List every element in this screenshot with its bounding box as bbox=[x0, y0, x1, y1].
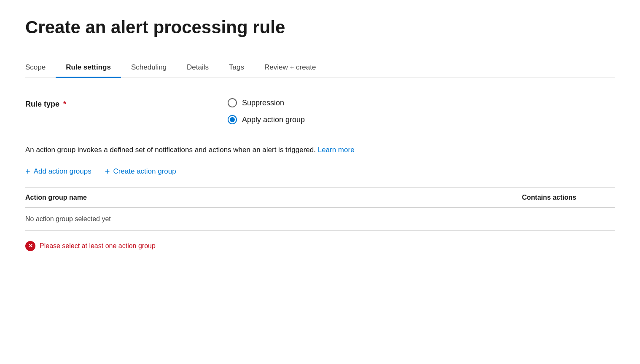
radio-circle-suppression bbox=[228, 98, 237, 107]
radio-circle-apply-action-group bbox=[228, 115, 237, 124]
radio-apply-action-group-label: Apply action group bbox=[242, 115, 305, 124]
tab-navigation: Scope Rule settings Scheduling Details T… bbox=[25, 58, 615, 78]
add-action-groups-label: Add action groups bbox=[34, 167, 91, 176]
action-group-info: An action group invokes a defined set of… bbox=[25, 145, 615, 155]
column-header-name: Action group name bbox=[25, 194, 522, 201]
tab-scheduling[interactable]: Scheduling bbox=[121, 58, 177, 78]
learn-more-link[interactable]: Learn more bbox=[318, 146, 355, 154]
tab-details[interactable]: Details bbox=[177, 58, 219, 78]
tab-review-create[interactable]: Review + create bbox=[254, 58, 326, 78]
radio-apply-action-group[interactable]: Apply action group bbox=[228, 115, 305, 124]
content-area: Rule type * Suppression Apply action gro… bbox=[25, 98, 615, 251]
tab-scope[interactable]: Scope bbox=[25, 58, 56, 78]
column-header-contains: Contains actions bbox=[522, 194, 615, 201]
table-header: Action group name Contains actions bbox=[25, 188, 615, 208]
rule-type-label: Rule type * bbox=[25, 98, 135, 109]
rule-type-section: Rule type * Suppression Apply action gro… bbox=[25, 98, 615, 124]
tab-tags[interactable]: Tags bbox=[219, 58, 254, 78]
add-icon: + bbox=[25, 167, 30, 176]
table-empty-row: No action group selected yet bbox=[25, 208, 615, 231]
required-indicator: * bbox=[61, 100, 66, 108]
add-action-groups-button[interactable]: + Add action groups bbox=[25, 167, 91, 176]
error-section: Please select at least one action group bbox=[25, 241, 615, 251]
error-message: Please select at least one action group bbox=[40, 242, 156, 250]
radio-suppression-label: Suppression bbox=[242, 99, 284, 107]
error-icon bbox=[25, 241, 35, 251]
empty-message: No action group selected yet bbox=[25, 215, 615, 223]
radio-suppression[interactable]: Suppression bbox=[228, 98, 305, 107]
radio-group: Suppression Apply action group bbox=[228, 98, 305, 124]
tab-rule-settings[interactable]: Rule settings bbox=[56, 58, 121, 78]
create-icon: + bbox=[105, 167, 110, 176]
action-groups-table: Action group name Contains actions No ac… bbox=[25, 187, 615, 231]
page-title: Create an alert processing rule bbox=[25, 17, 615, 38]
action-buttons: + Add action groups + Create action grou… bbox=[25, 167, 615, 176]
create-action-group-label: Create action group bbox=[113, 167, 176, 176]
create-action-group-button[interactable]: + Create action group bbox=[105, 167, 176, 176]
